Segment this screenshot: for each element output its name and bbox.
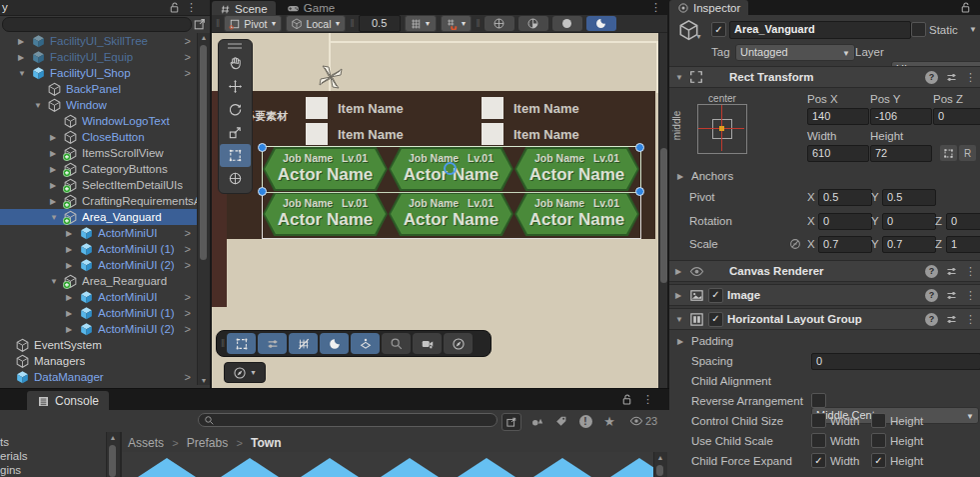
prefab-open-arrow[interactable]: > — [185, 243, 197, 255]
hierarchy-item-window[interactable]: ▼ Window — [0, 97, 197, 113]
expander-icon[interactable]: ▶ — [66, 245, 79, 254]
canvas-renderer-header[interactable]: ▶ Canvas Renderer ? ⋮ — [669, 260, 980, 282]
hierarchy-item-windowlogotext[interactable]: ▶ WindowLogoText — [0, 113, 197, 129]
hierarchy-item-categorybuttons[interactable]: ▶ CategoryButtons — [0, 161, 197, 177]
anchors-label[interactable]: Anchors — [691, 170, 733, 182]
presets-icon[interactable] — [945, 313, 958, 326]
scrollbar-thumb[interactable] — [109, 445, 116, 477]
folder-item[interactable]: erials — [0, 450, 27, 462]
raw-edit-button[interactable]: R — [959, 145, 976, 161]
tab-game[interactable]: Game — [279, 0, 343, 16]
hierarchy-item-itemsscrollview[interactable]: ▶ ItemsScrollView — [0, 145, 197, 161]
use-scale-width-checkbox[interactable] — [811, 433, 826, 448]
console-menu-icon[interactable]: ⋮ — [642, 393, 653, 406]
pos-z-field[interactable]: 0 — [933, 108, 980, 125]
hierarchy-item-area-vanguard[interactable]: ▼ Area_Vanguard — [0, 209, 197, 225]
folders-scrollbar[interactable]: ▲ — [106, 432, 120, 477]
expander-icon[interactable]: ▶ — [18, 53, 31, 62]
active-checkbox[interactable]: ✓ — [711, 22, 726, 37]
width-field[interactable]: 610 — [807, 145, 869, 162]
height-field[interactable]: 72 — [870, 145, 932, 162]
audio-toggle-button[interactable] — [586, 16, 616, 31]
component-menu-icon[interactable]: ⋮ — [965, 313, 976, 326]
horizontal-layout-group-header[interactable]: ▼ ✓ Horizontal Layout Group ? ⋮ — [669, 308, 980, 330]
expander-icon[interactable]: ▶ — [50, 197, 63, 206]
prefab-open-arrow[interactable]: > — [185, 371, 197, 383]
expander-icon[interactable]: ▼ — [50, 277, 63, 286]
scene-viewport[interactable]: 必要素材 Item Name Item Name Item Name Item … — [212, 33, 667, 388]
scene-scrollbar[interactable] — [658, 33, 667, 388]
project-search-input[interactable] — [198, 413, 497, 427]
windmill-gizmo-icon[interactable] — [315, 61, 347, 93]
scale-y-field[interactable]: 0.7 — [882, 236, 936, 253]
breadcrumb-assets[interactable]: Assets — [128, 436, 164, 450]
reverse-arrangement-checkbox[interactable] — [811, 393, 826, 408]
rect-tool-button[interactable] — [220, 144, 251, 167]
compass-overlay-button[interactable] — [444, 333, 473, 354]
image-header[interactable]: ▶ ✓ Image ? ⋮ — [669, 284, 980, 306]
hierarchy-item-selectitemdetailuis[interactable]: ▶ SelectItemDetailUIs — [0, 177, 197, 193]
expander-icon[interactable]: ▶ — [66, 261, 79, 270]
hierarchy-item-actorminiui-3[interactable]: ▶ ActorMiniUI (2) > — [0, 257, 197, 273]
scroll-up-icon[interactable]: ▲ — [108, 434, 118, 441]
search-expand-button[interactable] — [501, 413, 521, 431]
hierarchy-item-actorminiui-6[interactable]: ▶ ActorMiniUI (2) > — [0, 321, 197, 337]
local-mode-button[interactable]: Local ▼ — [286, 15, 346, 32]
pos-y-field[interactable]: -106 — [870, 108, 932, 125]
lighting-toggle-button[interactable] — [552, 16, 582, 31]
hierarchy-item-actorminiui-5[interactable]: ▶ ActorMiniUI (1) > — [0, 305, 197, 321]
hierarchy-item-craftingrequirements[interactable]: ▶ CraftingRequirementsA — [0, 193, 197, 209]
rect-handle-topright[interactable] — [635, 143, 644, 152]
force-expand-width-checkbox[interactable]: ✓ — [811, 453, 826, 468]
orientation-overlay[interactable]: ▼ — [224, 362, 266, 383]
presets-icon[interactable] — [945, 265, 958, 278]
prefab-asset-icon[interactable] — [458, 458, 515, 477]
scroll-up-icon[interactable]: ▲ — [199, 34, 209, 41]
prefab-open-arrow[interactable]: > — [185, 323, 197, 335]
unlinked-scale-icon[interactable] — [788, 237, 802, 251]
presets-icon[interactable] — [945, 71, 958, 84]
sliders-overlay-button[interactable] — [258, 333, 287, 354]
expander-icon[interactable]: ▶ — [66, 309, 79, 318]
help-icon[interactable]: ? — [925, 313, 938, 326]
hierarchy-search-input[interactable] — [2, 17, 192, 32]
expander-icon[interactable]: ▶ — [50, 133, 63, 142]
hierarchy-item-facilityui-shop[interactable]: ▼ FacilityUI_Shop > — [0, 65, 197, 81]
rect-handle-topleft[interactable] — [258, 143, 267, 152]
folder-item[interactable]: gins — [0, 464, 21, 476]
expander-icon[interactable]: ▶ — [66, 325, 79, 334]
rotation-x-field[interactable]: 0 — [818, 213, 872, 230]
prefab-open-arrow[interactable]: > — [185, 51, 197, 63]
help-icon[interactable]: ? — [925, 289, 938, 302]
scrollbar-thumb[interactable] — [660, 148, 667, 283]
folder-item[interactable]: ts — [0, 436, 9, 448]
control-height-checkbox[interactable] — [871, 413, 886, 428]
tag-dropdown[interactable]: Untagged ▼ — [735, 44, 855, 61]
expander-icon[interactable]: ▶ — [50, 181, 63, 190]
scale-tool-button[interactable] — [220, 121, 251, 144]
prefab-open-arrow[interactable]: > — [185, 291, 197, 303]
hierarchy-tab-label[interactable]: y — [2, 1, 8, 13]
hierarchy-item-actorminiui-1[interactable]: ▶ ActorMiniUI > — [0, 225, 197, 241]
static-dropdown-caret[interactable]: ▼ — [969, 25, 977, 34]
scene-menu-icon[interactable]: ⋮ — [650, 1, 661, 14]
hierarchy-menu-icon[interactable]: ⋮ — [186, 1, 197, 14]
hierarchy-item-actorminiui-4[interactable]: ▶ ActorMiniUI > — [0, 289, 197, 305]
grid-overlay-button[interactable] — [289, 333, 318, 354]
search-overlay-button[interactable] — [382, 333, 411, 354]
icon-picker-caret[interactable]: ▼ — [695, 33, 702, 40]
grid-opacity-field[interactable]: 0.5 — [359, 15, 401, 32]
lock-icon[interactable] — [620, 393, 633, 406]
spacing-field[interactable]: 0 — [811, 353, 980, 370]
presets-icon[interactable] — [945, 289, 958, 302]
overlay-handle[interactable]: ‖ — [221, 338, 225, 349]
hierarchy-item-eventsystem[interactable]: ▶ EventSystem — [0, 337, 197, 353]
blueprint-mode-button[interactable] — [940, 145, 957, 161]
help-icon[interactable]: ? — [925, 71, 938, 84]
favorites-button[interactable]: ★ — [599, 413, 619, 429]
scroll-down-icon[interactable]: ▼ — [199, 377, 209, 384]
rotation-z-field[interactable]: 0 — [946, 213, 980, 230]
breadcrumb-town[interactable]: Town — [251, 436, 281, 450]
rotation-y-field[interactable]: 0 — [882, 213, 936, 230]
prefab-asset-icon[interactable] — [221, 458, 279, 477]
